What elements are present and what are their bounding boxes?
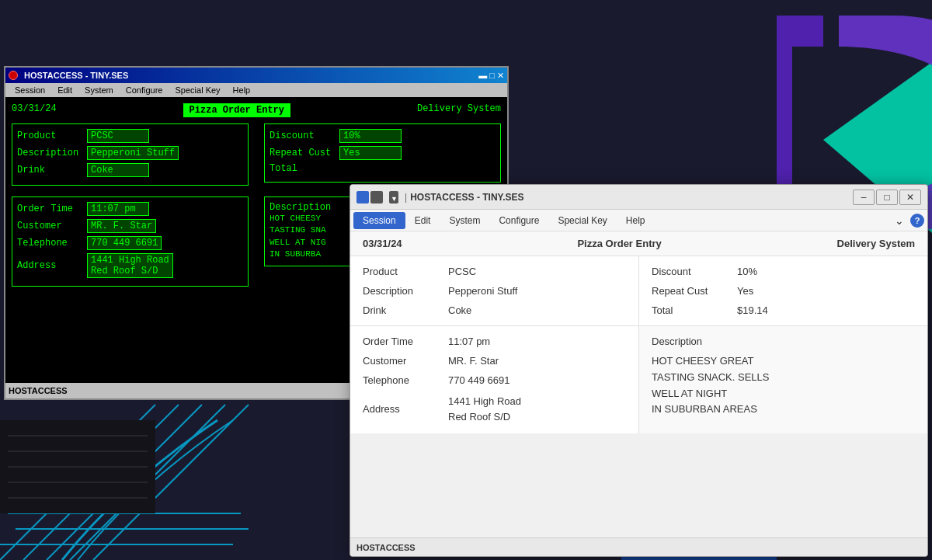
modern-content: 03/31/24 Pizza Order Entry Delivery Syst…	[350, 231, 927, 433]
content-title: Pizza Order Entry	[433, 238, 806, 249]
customer-label: Customer	[363, 355, 448, 367]
fields-grid-top: Product PCSC Description Pepperoni Stuff…	[350, 256, 927, 326]
description-row: Description Pepperoni Stuff	[363, 285, 626, 297]
svg-rect-16	[0, 420, 155, 513]
modern-window: ▼ | HOSTACCESS - TINY.SES – □ ✕ Session …	[350, 184, 928, 557]
terminal-title-bg: HOSTACCESS - TINY.SES	[24, 71, 128, 80]
telephone-label: Telephone	[363, 374, 448, 386]
ordertime-label: Order Time	[363, 336, 448, 347]
telephone-row: Telephone 770 449 6691	[363, 374, 626, 386]
menu-system-bg[interactable]: System	[78, 85, 120, 96]
tc-telephone-value-bg: 770 449 6691	[87, 236, 162, 250]
content-date: 03/31/24	[363, 238, 402, 249]
tc-drink-value-bg: Coke	[87, 163, 149, 177]
lower-left: Order Time 11:07 pm Customer MR. F. Star…	[350, 326, 639, 433]
window-controls[interactable]: – □ ✕	[853, 190, 921, 205]
content-delivery: Delivery System	[837, 238, 915, 249]
ordertime-row: Order Time 11:07 pm	[363, 336, 626, 347]
description-value: Pepperoni Stuff	[448, 285, 517, 297]
description-body: HOT CHEESY GREATTASTING SNACK. SELLSWELL…	[652, 353, 915, 418]
close-button[interactable]: ✕	[899, 190, 921, 205]
help-icon[interactable]: ?	[910, 214, 924, 228]
discount-label: Discount	[652, 266, 737, 277]
menu-session-bg[interactable]: Session	[9, 85, 51, 96]
menu-edit-modern[interactable]: Edit	[405, 212, 440, 229]
repeat-label: Repeat Cust	[652, 285, 737, 297]
lower-section: Order Time 11:07 pm Customer MR. F. Star…	[350, 326, 927, 433]
tc-delivery-bg: Delivery System	[417, 103, 501, 117]
tc-ordertime-value-bg: 11:07 pm	[87, 202, 149, 216]
modern-titlebar: ▼ | HOSTACCESS - TINY.SES – □ ✕	[350, 185, 927, 210]
titlebar-icon-group	[356, 191, 383, 203]
address-row: Address 1441 High Road Red Roof S/D	[363, 394, 626, 424]
svg-line-8	[0, 405, 155, 560]
expand-icon[interactable]: ⌄	[892, 214, 907, 227]
tc-date-bg: 03/31/24	[12, 103, 57, 117]
tc-address-value-bg: 1441 High Road Red Roof S/D	[87, 253, 173, 278]
address-value: 1441 High Road Red Roof S/D	[448, 394, 521, 424]
titlebar-icon-2	[370, 191, 383, 203]
menu-edit-bg[interactable]: Edit	[51, 85, 78, 96]
total-row: Total $19.14	[652, 304, 915, 316]
tc-ordertime-label-bg: Order Time	[17, 203, 87, 214]
drink-label: Drink	[363, 304, 448, 316]
tc-title-bg: Pizza Order Entry	[183, 103, 290, 117]
total-label: Total	[652, 304, 737, 316]
tc-address-label-bg: Address	[17, 260, 87, 271]
modern-title: HOSTACCESS - TINY.SES	[410, 192, 850, 203]
tc-drink-label-bg: Drink	[17, 165, 87, 176]
menu-configure-modern[interactable]: Configure	[489, 212, 548, 229]
menu-session-modern[interactable]: Session	[353, 212, 405, 229]
product-row: Product PCSC	[363, 266, 626, 277]
tc-desc-section-label-bg: Description	[270, 202, 339, 213]
svg-line-9	[23, 405, 179, 560]
terminal-status-text-bg: HOSTACCESS	[9, 386, 68, 395]
titlebar-icon-1	[356, 191, 369, 203]
tc-telephone-label-bg: Telephone	[17, 238, 87, 249]
svg-line-10	[47, 405, 202, 560]
description-section-label: Description	[652, 336, 915, 347]
tc-discount-value-bg: 10%	[339, 129, 402, 143]
svg-line-12	[93, 405, 249, 560]
discount-value: 10%	[737, 266, 757, 277]
terminal-titlebar-bg: HOSTACCESS - TINY.SES ▬ □ ✕	[5, 68, 507, 83]
tc-repeat-label-bg: Repeat Cust	[270, 148, 339, 158]
drink-value: Coke	[448, 304, 471, 316]
minimize-button[interactable]: –	[853, 190, 875, 205]
tc-product-value-bg: PCSC	[87, 129, 149, 143]
tc-total-label-bg: Total	[270, 163, 339, 174]
menu-system-modern[interactable]: System	[440, 212, 489, 229]
menu-help-modern[interactable]: Help	[617, 212, 655, 229]
menu-help-bg[interactable]: Help	[227, 85, 257, 96]
menu-specialkey-modern[interactable]: Special Key	[548, 212, 616, 229]
maximize-button[interactable]: □	[876, 190, 898, 205]
tc-discount-label-bg: Discount	[270, 130, 339, 141]
product-label: Product	[363, 266, 448, 277]
modern-statusbar: HOSTACCESS	[350, 537, 927, 556]
repeat-value: Yes	[737, 285, 753, 297]
total-value: $19.14	[737, 304, 768, 316]
modern-status-text: HOSTACCESS	[356, 543, 416, 552]
customer-value: MR. F. Star	[448, 355, 499, 367]
menu-configure-bg[interactable]: Configure	[120, 85, 169, 96]
terminal-close-btn-bg[interactable]	[9, 71, 18, 80]
tc-product-label-bg: Product	[17, 130, 87, 141]
terminal-menubar-bg: Session Edit System Configure Special Ke…	[5, 83, 507, 97]
drink-row: Drink Coke	[363, 304, 626, 316]
titlebar-dropdown[interactable]: ▼	[389, 191, 398, 203]
description-label: Description	[363, 285, 448, 297]
telephone-value: 770 449 6691	[448, 374, 510, 386]
ordertime-value: 11:07 pm	[448, 336, 490, 347]
modern-menubar: Session Edit System Configure Special Ke…	[350, 210, 927, 231]
menu-specialkey-bg[interactable]: Special Key	[169, 85, 227, 96]
lower-right: Description HOT CHEESY GREATTASTING SNAC…	[639, 326, 927, 433]
address-label: Address	[363, 403, 448, 415]
tc-customer-label-bg: Customer	[17, 221, 87, 231]
discount-row: Discount 10%	[652, 266, 915, 277]
fields-left-top: Product PCSC Description Pepperoni Stuff…	[350, 256, 639, 325]
tc-customer-value-bg: MR. F. Star	[87, 219, 156, 233]
tc-desc-value-bg: Pepperoni Stuff	[87, 146, 179, 160]
customer-row: Customer MR. F. Star	[363, 355, 626, 367]
svg-line-11	[70, 405, 225, 560]
product-value: PCSC	[448, 266, 476, 277]
